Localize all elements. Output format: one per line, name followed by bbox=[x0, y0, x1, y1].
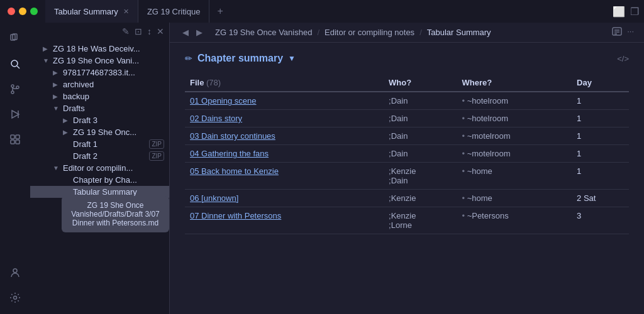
forward-button[interactable]: ▶ bbox=[194, 26, 205, 38]
git-activity-icon[interactable] bbox=[4, 78, 26, 100]
sidebar-item-label: Drafts bbox=[63, 104, 164, 113]
sidebar-item-draft3[interactable]: ▶ Draft 3 bbox=[30, 114, 169, 126]
account-activity-icon[interactable] bbox=[4, 261, 26, 284]
who-cell: ;Dain bbox=[384, 127, 457, 145]
pencil-icon: ✏ bbox=[185, 53, 192, 63]
main-layout: ✎ ⊡ ↕ ✕ ▶ ZG 18 He Was Deceiv... ▼ ZG 19… bbox=[0, 23, 644, 314]
new-folder-icon[interactable]: ⊡ bbox=[135, 26, 142, 36]
who-cell: ;Kenzie;Lorne bbox=[384, 207, 457, 234]
where-column-header: Where? bbox=[457, 74, 572, 92]
maximize-window-button[interactable] bbox=[30, 8, 38, 15]
where-value: • ~motelroom bbox=[462, 131, 567, 141]
tabs-bar: Tabular Summary ✕ ZG 19 Critique + ⬜ ❐ bbox=[45, 0, 644, 23]
zip-badge: ZIP bbox=[149, 139, 164, 149]
file-link[interactable]: 04 Gathering the fans bbox=[190, 149, 269, 158]
add-tab-button[interactable]: + bbox=[209, 0, 230, 23]
sidebar-item-to-do[interactable]: ▶ To Do bbox=[30, 198, 169, 210]
sidebar-item-zg18[interactable]: ▶ ZG 18 He Was Deceiv... bbox=[30, 43, 169, 55]
tab-label: Tabular Summary bbox=[54, 7, 118, 16]
svg-line-3 bbox=[17, 66, 19, 68]
sidebar-item-backup[interactable]: ▶ backup bbox=[30, 90, 169, 102]
where-value: • ~hotelroom bbox=[462, 96, 567, 106]
close-tab-button[interactable]: ✕ bbox=[123, 8, 129, 16]
activity-bar bbox=[0, 23, 30, 314]
table-row: 01 Opening scene;Dain• ~hotelroom1 bbox=[185, 92, 629, 110]
extensions-activity-icon[interactable] bbox=[4, 128, 26, 151]
sidebar-item-drafts[interactable]: ▼ Drafts bbox=[30, 102, 169, 114]
tab-tabular-summary[interactable]: Tabular Summary ✕ bbox=[45, 0, 138, 23]
svg-point-4 bbox=[11, 85, 14, 87]
back-button[interactable]: ◀ bbox=[180, 26, 191, 38]
close-window-button[interactable] bbox=[8, 8, 15, 15]
sidebar-item-draft1[interactable]: ▶ Draft 1 ZIP bbox=[30, 138, 169, 150]
sidebar-item-zg19[interactable]: ▼ ZG 19 She Once Vani... bbox=[30, 55, 169, 67]
sidebar-item-label: ZG 19 She Onc... bbox=[73, 127, 164, 137]
content-area: ◀ ▶ ZG 19 She Once Vanished / Editor or … bbox=[170, 23, 644, 314]
split-editor-icon[interactable]: ⬜ bbox=[613, 6, 625, 18]
file-link[interactable]: 01 Opening scene bbox=[190, 96, 257, 106]
where-value: • ~motelroom bbox=[462, 149, 567, 158]
breadcrumb-navigation: ◀ ▶ bbox=[180, 26, 205, 38]
who-value: ;Lorne bbox=[389, 220, 452, 230]
breadcrumb-current: Tabular Summary bbox=[427, 28, 491, 37]
day-column-header: Day bbox=[572, 74, 629, 92]
files-activity-icon[interactable] bbox=[4, 28, 26, 50]
minimize-window-button[interactable] bbox=[19, 8, 26, 15]
maximize-icon[interactable]: ❐ bbox=[630, 6, 639, 18]
tab-zg19-critique[interactable]: ZG 19 Critique bbox=[138, 0, 210, 23]
who-value: ;Kenzie bbox=[389, 193, 452, 203]
where-cell: • ~hotelroom bbox=[457, 92, 572, 110]
sidebar-tree: ▶ ZG 18 He Was Deceiv... ▼ ZG 19 She Onc… bbox=[30, 40, 169, 314]
file-link[interactable]: 02 Dains story bbox=[190, 114, 242, 123]
chevron-right-icon: ▶ bbox=[53, 69, 60, 76]
run-activity-icon[interactable] bbox=[4, 103, 26, 126]
sidebar-item-chapter-by-cha[interactable]: ▶ Chapter by Cha... bbox=[30, 174, 169, 186]
file-link[interactable]: 07 Dinner with Petersons bbox=[190, 211, 281, 220]
breadcrumb-separator: / bbox=[317, 28, 319, 37]
sidebar-item-filenums[interactable]: ▶ 9781774687383.it... bbox=[30, 67, 169, 78]
reader-mode-icon[interactable] bbox=[612, 26, 622, 38]
sidebar-item-tabular-summary[interactable]: ▶ Tabular Summary bbox=[30, 186, 169, 198]
sort-icon[interactable]: ↕ bbox=[147, 26, 152, 36]
sidebar-item-label: Draft 1 bbox=[73, 139, 144, 149]
sidebar-item-zg19-she[interactable]: ▶ ZG 19 She Onc... bbox=[30, 126, 169, 138]
file-link[interactable]: 05 Back home to Kenzie bbox=[190, 166, 279, 176]
table-row: 04 Gathering the fans;Dain• ~motelroom1 bbox=[185, 145, 629, 163]
file-link[interactable]: 03 Dain story continues bbox=[190, 131, 275, 141]
chapter-dropdown-icon[interactable]: ▼ bbox=[288, 54, 296, 63]
close-sidebar-icon[interactable]: ✕ bbox=[157, 26, 164, 36]
sidebar-item-label: Draft 3 bbox=[73, 116, 164, 125]
search-activity-icon[interactable] bbox=[4, 53, 26, 75]
breadcrumb-actions: ··· bbox=[612, 26, 634, 38]
code-toggle-button[interactable]: </> bbox=[617, 54, 629, 63]
sidebar-item-archived[interactable]: ▶ archived bbox=[30, 78, 169, 90]
svg-rect-13 bbox=[16, 140, 19, 144]
sidebar-item-zg19-critique[interactable]: ▶ ZG 19 Critique bbox=[30, 210, 169, 222]
table-row: 02 Dains story;Dain• ~hotelroom1 bbox=[185, 110, 629, 127]
who-cell: ;Kenzie bbox=[384, 190, 457, 207]
where-cell: • ~home bbox=[457, 163, 572, 190]
more-options-icon[interactable]: ··· bbox=[627, 26, 634, 38]
sidebar-toolbar: ✎ ⊡ ↕ ✕ bbox=[30, 23, 169, 40]
file-cell: 07 Dinner with Petersons bbox=[185, 207, 384, 234]
sidebar-item-label: ZG 19 Critique bbox=[63, 211, 164, 220]
sidebar-item-label: Editor or compilin... bbox=[63, 163, 164, 173]
breadcrumb-part-2[interactable]: Editor or compiling notes bbox=[325, 28, 414, 37]
where-cell: • ~home bbox=[457, 190, 572, 207]
svg-rect-12 bbox=[11, 140, 14, 144]
sidebar-item-draft2[interactable]: ▶ Draft 2 ZIP bbox=[30, 150, 169, 162]
sidebar: ✎ ⊡ ↕ ✕ ▶ ZG 18 He Was Deceiv... ▼ ZG 19… bbox=[30, 23, 170, 314]
file-cell: 06 [unknown] bbox=[185, 190, 384, 207]
chapter-summary-header: ✏ Chapter summary ▼ </> bbox=[185, 53, 629, 64]
tab-label: ZG 19 Critique bbox=[147, 7, 201, 16]
sidebar-item-label: Draft 2 bbox=[73, 151, 144, 161]
table-row: 05 Back home to Kenzie;Kenzie;Dain• ~hom… bbox=[185, 163, 629, 190]
who-cell: ;Kenzie;Dain bbox=[384, 163, 457, 190]
sidebar-item-editor-compiling[interactable]: ▼ Editor or compilin... bbox=[30, 162, 169, 174]
settings-activity-icon[interactable] bbox=[4, 286, 26, 309]
breadcrumb-part-1[interactable]: ZG 19 She Once Vanished bbox=[215, 28, 312, 37]
file-link[interactable]: 06 [unknown] bbox=[190, 193, 238, 203]
window-controls: ⬜ ❐ bbox=[608, 0, 644, 23]
who-value: ;Kenzie bbox=[389, 211, 452, 220]
new-file-icon[interactable]: ✎ bbox=[122, 26, 130, 36]
